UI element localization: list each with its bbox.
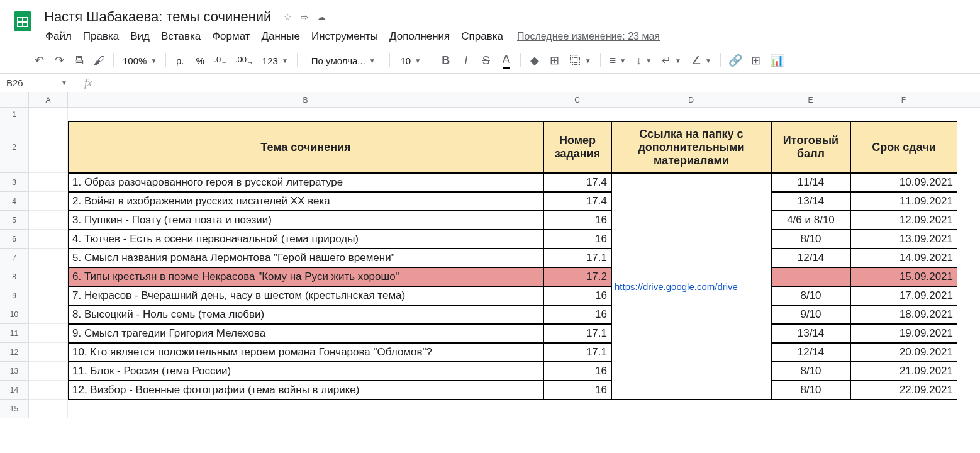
format-currency-button[interactable]: р. [171,52,189,69]
insert-comment-button[interactable]: ⊞ [747,52,765,69]
zoom-dropdown[interactable]: 100%▼ [119,52,160,69]
cell-score[interactable]: 11/14 [771,173,850,192]
cell-date[interactable]: 22.09.2021 [850,381,957,400]
merge-cells-button[interactable]: ⿻▼ [566,52,595,69]
cell-task-num[interactable]: 16 [543,230,611,249]
cell[interactable] [771,108,850,121]
menu-insert[interactable]: Вставка [156,28,206,45]
cell-date[interactable]: 18.09.2021 [850,305,957,324]
header-deadline[interactable]: Срок сдачи [850,121,957,173]
cell[interactable] [29,305,68,324]
row-header[interactable]: 7 [0,249,28,267]
row-header[interactable]: 10 [0,305,28,324]
menu-view[interactable]: Вид [125,28,155,45]
cell-topic[interactable]: 10. Кто является положительным героем ро… [68,343,543,362]
menu-data[interactable]: Данные [257,28,305,45]
cell-score[interactable]: 12/14 [771,249,850,267]
text-rotation-button[interactable]: ∠▼ [688,52,715,69]
paint-format-button[interactable]: 🖌 [91,52,108,69]
cell-date[interactable]: 17.09.2021 [850,286,957,305]
cell[interactable] [29,121,68,173]
cell[interactable] [68,400,543,418]
cell-topic[interactable]: 8. Высоцкий - Ноль семь (тема любви) [68,305,543,324]
col-header-E[interactable]: E [771,92,850,107]
row-header[interactable]: 9 [0,286,28,305]
font-size-dropdown[interactable]: 10▼ [395,52,426,69]
cell-topic[interactable]: 11. Блок - Россия (тема России) [68,362,543,381]
cell[interactable] [29,173,68,192]
cell[interactable] [543,108,611,121]
cell-task-num[interactable]: 16 [543,362,611,381]
cell[interactable] [850,108,957,121]
cell[interactable] [29,400,68,418]
formula-input[interactable] [102,74,980,92]
font-dropdown[interactable]: По умолча...▼ [303,52,384,69]
cell[interactable] [29,343,68,362]
h-align-button[interactable]: ≡▼ [606,52,630,69]
col-header-B[interactable]: B [68,92,543,107]
cell[interactable] [29,192,68,211]
cell-date[interactable]: 19.09.2021 [850,324,957,343]
cell-task-num[interactable]: 16 [543,286,611,305]
cloud-icon[interactable]: ☁ [317,12,326,22]
cell-topic[interactable]: 7. Некрасов - Вчерашний день, часу в шес… [68,286,543,305]
move-icon[interactable]: ⇨ [301,12,308,22]
cell-score[interactable]: 13/14 [771,192,850,211]
row-header[interactable]: 11 [0,324,28,343]
folder-link[interactable]: https://drive.google.com/drive [615,281,738,292]
cell-date[interactable]: 13.09.2021 [850,230,957,249]
menu-addons[interactable]: Дополнения [384,28,455,45]
cell[interactable] [771,400,850,418]
cell[interactable] [29,324,68,343]
fill-color-button[interactable]: ◆ [526,52,543,69]
last-edit-link[interactable]: Последнее изменение: 23 мая [517,31,660,42]
row-header[interactable]: 1 [0,108,28,121]
menu-file[interactable]: Файл [40,28,77,45]
cell-topic[interactable]: 1. Образ разочарованного героя в русской… [68,173,543,192]
cell-score[interactable] [771,267,850,286]
text-wrap-button[interactable]: ↵▼ [658,52,685,69]
cell-score[interactable]: 8/10 [771,362,850,381]
cell-topic[interactable]: 6. Типы крестьян в поэме Некрасова "Кому… [68,267,543,286]
cell-score[interactable]: 13/14 [771,324,850,343]
header-folder-link[interactable]: Ссылка на папку с дополнительными матери… [611,121,771,173]
cell-task-num[interactable]: 17.4 [543,192,611,211]
cell[interactable] [29,211,68,230]
cell-task-num[interactable]: 17.1 [543,249,611,267]
cell[interactable] [29,108,68,121]
menu-help[interactable]: Справка [456,28,508,45]
v-align-button[interactable]: ↓▼ [632,52,655,69]
cell-topic[interactable]: 3. Пушкин - Поэту (тема поэта и поэзии) [68,211,543,230]
cell-topic[interactable]: 12. Визбор - Военные фотографии (тема во… [68,381,543,400]
menu-format[interactable]: Формат [207,28,255,45]
document-title[interactable]: Настя Шабакаева: темы сочинений [40,8,275,26]
cell-date[interactable]: 11.09.2021 [850,192,957,211]
cell[interactable] [611,400,771,418]
col-header-C[interactable]: C [543,92,611,107]
row-header[interactable]: 12 [0,343,28,362]
cell-score[interactable]: 12/14 [771,343,850,362]
number-format-dropdown[interactable]: 123▼ [259,52,292,69]
cell[interactable] [29,362,68,381]
borders-button[interactable]: ⊞ [546,52,564,69]
cell-task-num[interactable]: 17.2 [543,267,611,286]
strikethrough-button[interactable]: S [477,52,495,69]
col-header-A[interactable]: A [29,92,68,107]
cell-task-num[interactable]: 17.4 [543,173,611,192]
menu-edit[interactable]: Правка [78,28,124,45]
cell-topic[interactable]: 2. Война в изображении русских писателей… [68,192,543,211]
header-task-num[interactable]: Номер задания [543,121,611,173]
row-header[interactable]: 6 [0,230,28,249]
cell-score[interactable]: 4/6 и 8/10 [771,211,850,230]
cell-score[interactable]: 8/10 [771,286,850,305]
format-percent-button[interactable]: % [191,52,209,69]
name-box[interactable]: B26▼ [0,74,74,92]
select-all-corner[interactable] [0,92,29,107]
cell-score[interactable]: 8/10 [771,230,850,249]
header-topic[interactable]: Тема сочинения [68,121,543,173]
menu-tools[interactable]: Инструменты [306,28,383,45]
italic-button[interactable]: I [457,52,475,69]
sheets-logo[interactable] [10,5,35,38]
cell-task-num[interactable]: 16 [543,305,611,324]
cell-topic[interactable]: 9. Смысл трагедии Григория Мелехова [68,324,543,343]
